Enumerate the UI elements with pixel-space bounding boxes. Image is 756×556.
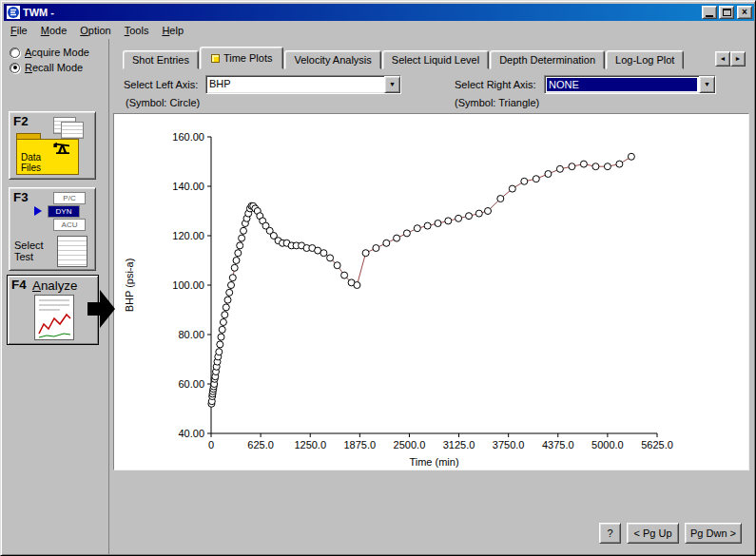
tab-scroll-left-button[interactable]: ◄ bbox=[715, 51, 730, 67]
tab-scroll-right-button[interactable]: ► bbox=[730, 51, 746, 67]
close-button[interactable]: × bbox=[737, 6, 752, 19]
analyze-button[interactable]: F4 Analyze bbox=[7, 275, 99, 345]
pgdwn-button[interactable]: Pg Dwn > bbox=[685, 523, 742, 544]
svg-text:4375.0: 4375.0 bbox=[542, 439, 574, 451]
svg-text:60.00: 60.00 bbox=[178, 378, 204, 390]
right-symbol-label: (Symbol: Triangle) bbox=[455, 97, 539, 108]
svg-text:5625.0: 5625.0 bbox=[641, 439, 673, 451]
play-icon bbox=[34, 206, 42, 216]
scroll-left-icon: ◄ bbox=[720, 55, 727, 62]
svg-text:120.00: 120.00 bbox=[172, 230, 204, 241]
dropdown-arrow-glyph: ▼ bbox=[704, 81, 710, 87]
tab-log-log-plot[interactable]: Log-Log Plot bbox=[606, 50, 684, 69]
folder-body: Data Files bbox=[16, 139, 79, 175]
data-files-label-2: Files bbox=[21, 163, 41, 173]
svg-text:3750.0: 3750.0 bbox=[493, 439, 525, 451]
analyze-label: Analyze bbox=[32, 278, 77, 293]
left-symbol-label: (Symbol: Circle) bbox=[126, 97, 200, 108]
minimize-button[interactable] bbox=[702, 6, 717, 19]
document-icon bbox=[57, 236, 87, 267]
radio-icon bbox=[10, 48, 20, 58]
titlebar: TWM - × bbox=[4, 4, 754, 21]
svg-text:Time (min): Time (min) bbox=[409, 456, 458, 468]
app-icon bbox=[7, 6, 20, 19]
maximize-button[interactable] bbox=[719, 6, 734, 19]
minimize-icon bbox=[706, 15, 713, 17]
tab-select-liquid-level[interactable]: Select Liquid Level bbox=[382, 50, 489, 69]
svg-text:140.00: 140.00 bbox=[172, 181, 204, 192]
tab-scroll: ◄ ► bbox=[715, 51, 746, 67]
maximize-icon bbox=[723, 9, 731, 16]
right-axis-label: Select Right Axis: bbox=[455, 79, 536, 90]
analyze-arrow-icon bbox=[87, 288, 116, 330]
data-files-button[interactable]: F2 Data Files bbox=[9, 111, 96, 180]
window-title: TWM - bbox=[23, 7, 700, 18]
chevron-down-icon[interactable]: ▼ bbox=[699, 76, 715, 93]
pumpjack-icon bbox=[50, 141, 75, 154]
help-button[interactable]: ? bbox=[599, 523, 621, 544]
chart-panel: 40.0060.0080.00100.00120.00140.00160.000… bbox=[113, 113, 749, 470]
left-axis-value: BHP bbox=[206, 76, 384, 93]
recall-mode-label: Recall Mode bbox=[25, 62, 83, 73]
select-test-label-2: Test bbox=[14, 251, 44, 262]
sidebar: Acquire Mode Recall Mode F2 bbox=[4, 39, 109, 554]
select-test-label-1: Select bbox=[14, 240, 44, 251]
app-window: TWM - × File Mode Option Tools Help Acqu… bbox=[0, 0, 756, 556]
left-axis-label: Select Left Axis: bbox=[124, 79, 198, 90]
close-icon: × bbox=[742, 8, 747, 17]
select-test-button[interactable]: F3 P/C DYN ACU Select Test bbox=[9, 187, 96, 271]
f2-key-label: F2 bbox=[13, 114, 29, 128]
svg-text:80.00: 80.00 bbox=[178, 329, 204, 340]
acquire-mode-radio[interactable]: Acquire Mode bbox=[10, 47, 89, 58]
chart-document-icon bbox=[34, 295, 74, 340]
svg-text:5000.0: 5000.0 bbox=[591, 439, 624, 451]
papers-icon bbox=[61, 122, 84, 139]
tab-time-plots-label: Time Plots bbox=[223, 48, 273, 67]
svg-text:BHP (psi-a): BHP (psi-a) bbox=[124, 259, 135, 313]
menu-mode[interactable]: Mode bbox=[34, 23, 74, 38]
menu-help[interactable]: Help bbox=[155, 23, 190, 38]
menu-file[interactable]: File bbox=[4, 23, 34, 38]
scroll-right-icon: ► bbox=[735, 55, 742, 62]
svg-text:3125.0: 3125.0 bbox=[443, 439, 475, 451]
tab-strip: Shot Entries Time Plots Velocity Analysi… bbox=[123, 47, 685, 69]
pgup-button[interactable]: < Pg Up bbox=[627, 523, 679, 544]
dyn-card: DYN bbox=[48, 205, 80, 218]
svg-text:40.00: 40.00 bbox=[178, 428, 204, 439]
dropdown-arrow-glyph: ▼ bbox=[389, 81, 396, 87]
time-plots-icon bbox=[211, 54, 220, 63]
menubar: File Mode Option Tools Help bbox=[4, 21, 754, 39]
pc-card: P/C bbox=[53, 192, 86, 204]
right-axis-value: NONE bbox=[547, 78, 697, 91]
tab-time-plots[interactable]: Time Plots bbox=[200, 47, 284, 69]
left-axis-select[interactable]: BHP ▼ bbox=[205, 75, 401, 94]
svg-text:100.00: 100.00 bbox=[172, 279, 204, 291]
acquire-mode-label: Acquire Mode bbox=[25, 47, 89, 58]
svg-text:160.00: 160.00 bbox=[172, 131, 204, 143]
acu-card: ACU bbox=[53, 219, 86, 231]
tab-depth-determination[interactable]: Depth Determination bbox=[490, 50, 605, 69]
tab-shot-entries[interactable]: Shot Entries bbox=[123, 50, 199, 69]
svg-text:0: 0 bbox=[208, 439, 214, 451]
tab-velocity-analysis[interactable]: Velocity Analysis bbox=[284, 50, 380, 69]
svg-text:2500.0: 2500.0 bbox=[394, 439, 426, 451]
data-files-label-1: Data bbox=[21, 152, 41, 163]
menu-tools[interactable]: Tools bbox=[118, 23, 156, 38]
f3-key-label: F3 bbox=[13, 190, 29, 204]
right-axis-select[interactable]: NONE ▼ bbox=[544, 75, 716, 94]
menu-option[interactable]: Option bbox=[73, 23, 117, 38]
chevron-down-icon[interactable]: ▼ bbox=[384, 76, 400, 93]
bhp-chart: 40.0060.0080.00100.00120.00140.00160.000… bbox=[114, 114, 748, 470]
folder-icon: Data Files bbox=[16, 139, 79, 175]
f4-key-label: F4 bbox=[11, 278, 27, 292]
svg-text:625.0: 625.0 bbox=[247, 439, 274, 451]
svg-text:1875.0: 1875.0 bbox=[344, 439, 377, 451]
recall-mode-radio[interactable]: Recall Mode bbox=[10, 62, 83, 73]
svg-text:1250.0: 1250.0 bbox=[294, 439, 326, 451]
radio-selected-icon bbox=[10, 63, 20, 73]
